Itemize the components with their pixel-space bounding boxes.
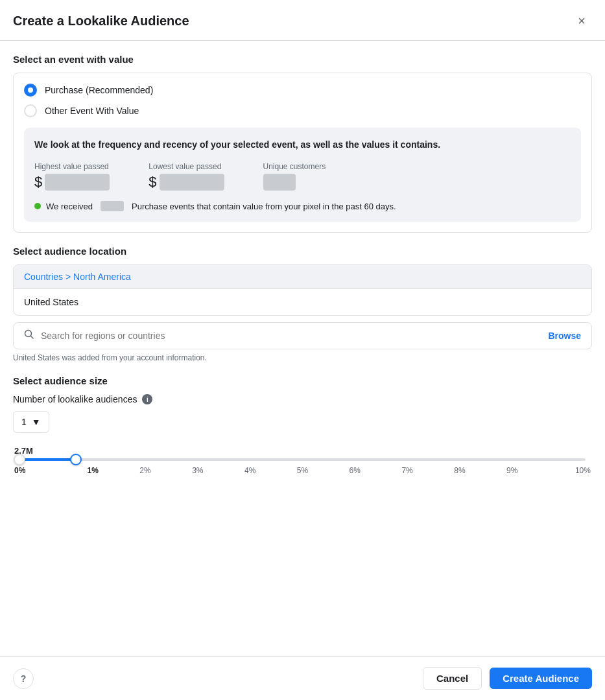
slider-thumb-right[interactable] [70,454,82,465]
slider-section: 2.7M 0% 1% 2% 3% 4% 5% 6% 7% [13,446,592,482]
breadcrumb-north-america[interactable]: North America [73,272,131,282]
size-section-label: Select audience size [13,375,592,386]
slider-label-6: 6% [329,466,381,475]
event-section: Select an event with value Purchase (Rec… [13,54,592,233]
radio-other-label: Other Event With Value [45,106,139,116]
stat-highest-value: $ [34,174,110,191]
stat-highest-label: Highest value passed [34,162,110,171]
slider-label-9: 9% [486,466,538,475]
slider-fill [19,458,76,461]
close-button[interactable]: × [571,10,592,31]
create-audience-button[interactable]: Create Audience [490,668,592,689]
number-label-row: Number of lookalike audiences i [13,394,592,404]
dialog-title: Create a Lookalike Audience [13,14,189,29]
create-lookalike-dialog: Create a Lookalike Audience × Select an … [0,0,605,700]
dialog-footer: ? Cancel Create Audience [0,656,605,700]
search-icon [24,329,34,342]
location-section: Select audience location Countries > Nor… [13,246,592,362]
stat-highest: Highest value passed $ [34,162,110,191]
stat-unique-blur [263,174,296,191]
help-button[interactable]: ? [13,668,34,689]
dialog-header: Create a Lookalike Audience × [0,0,605,41]
location-box: Countries > North America United States [13,264,592,316]
slider-labels: 0% 1% 2% 3% 4% 5% 6% 7% 8% 9% 10% [13,466,592,475]
slider-label-0: 0% [14,466,67,475]
stats-row: Highest value passed $ Lowest value pass… [34,162,571,191]
stat-unique-label: Unique customers [263,162,326,171]
size-section: Select audience size Number of lookalike… [13,375,592,482]
stat-unique: Unique customers [263,162,326,191]
slider-label-10: 10% [538,466,591,475]
radio-purchase-circle [24,84,37,97]
event-info-text: We look at the frequency and recency of … [34,138,571,152]
location-search-bar[interactable]: Browse [13,322,592,349]
number-dropdown[interactable]: 1 ▼ [13,411,49,433]
radio-other-circle [24,104,37,117]
slider-label-2: 2% [119,466,172,475]
received-suffix: Purchase events that contain value from … [132,202,396,211]
event-info-box: We look at the frequency and recency of … [24,128,581,222]
cancel-button[interactable]: Cancel [423,667,482,690]
received-label: We received [46,202,93,211]
stat-lowest-blur [160,174,224,191]
location-search-input[interactable] [41,331,541,341]
slider-track [19,458,586,461]
event-section-label: Select an event with value [13,54,592,65]
slider-label-4: 4% [224,466,276,475]
slider-label-1: 1% [67,466,119,475]
stat-unique-value [263,174,326,191]
slider-label-8: 8% [434,466,486,475]
footer-left: ? [13,668,415,689]
breadcrumb-separator: > [65,272,71,282]
chevron-down-icon: ▼ [32,417,41,427]
breadcrumb-countries[interactable]: Countries [24,272,63,282]
radio-other[interactable]: Other Event With Value [24,104,581,117]
number-label: Number of lookalike audiences [13,394,137,404]
received-count-blur [101,201,124,211]
info-icon: i [142,394,152,404]
slider-thumb-left[interactable] [14,454,25,465]
location-section-label: Select audience location [13,246,592,257]
slider-label-5: 5% [276,466,329,475]
received-row: We received Purchase events that contain… [34,201,571,211]
number-value: 1 [21,417,27,427]
svg-line-1 [31,336,34,339]
stat-lowest-value: $ [148,174,224,191]
location-hint: United States was added from your accoun… [13,353,592,362]
slider-label-7: 7% [381,466,434,475]
currency-symbol-1: $ [34,174,42,191]
stat-lowest-label: Lowest value passed [148,162,224,171]
slider-value-label: 2.7M [14,446,592,456]
currency-symbol-2: $ [148,174,156,191]
slider-label-3: 3% [171,466,224,475]
selected-location-item: United States [14,288,591,315]
browse-button[interactable]: Browse [548,331,581,341]
slider-container [13,458,592,461]
radio-purchase-label: Purchase (Recommended) [45,85,153,95]
breadcrumb-bar: Countries > North America [14,265,591,288]
radio-purchase[interactable]: Purchase (Recommended) [24,84,581,97]
dialog-body: Select an event with value Purchase (Rec… [0,41,605,656]
event-options-box: Purchase (Recommended) Other Event With … [13,73,592,233]
green-dot-icon [34,203,41,209]
stat-lowest: Lowest value passed $ [148,162,224,191]
stat-highest-blur [45,174,110,191]
